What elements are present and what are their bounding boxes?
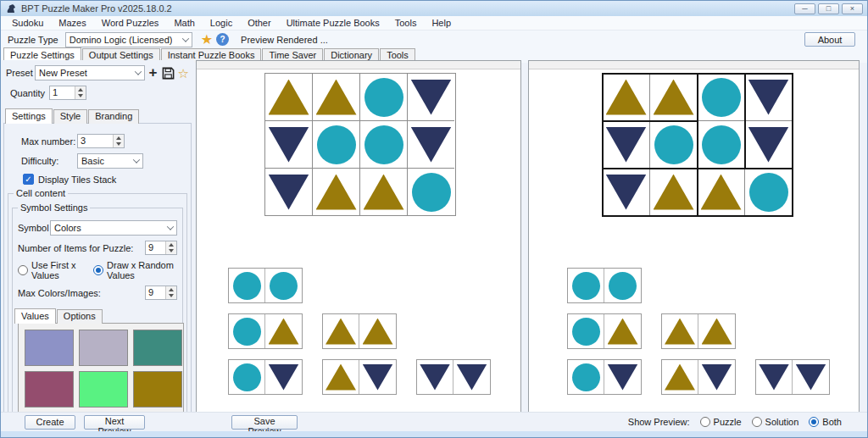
difficulty-select[interactable]: Basic — [77, 153, 143, 169]
show-preview-radio-both[interactable]: Both — [809, 417, 842, 427]
max-colors-stepper[interactable]: 9 — [145, 286, 177, 300]
grid-cell — [650, 74, 698, 121]
menu-item-sudoku[interactable]: Sudoku — [4, 16, 51, 30]
triangle-down-shape — [796, 364, 826, 391]
help-icon[interactable]: ? — [216, 33, 229, 46]
cell-content-group: Cell content Symbol Settings Symbol Colo… — [8, 193, 187, 438]
add-preset-icon[interactable]: + — [149, 67, 158, 79]
subtab-style[interactable]: Style — [53, 109, 87, 124]
menu-item-help[interactable]: Help — [424, 16, 459, 30]
favorite-star-icon[interactable]: ★ — [201, 33, 213, 47]
save-preset-icon[interactable] — [162, 67, 175, 80]
menu-item-math[interactable]: Math — [166, 16, 202, 30]
save-preview-button[interactable]: Save Preview — [231, 415, 298, 430]
color-swatch-1[interactable] — [25, 330, 74, 366]
settings-sidebar: Preset New Preset + ☆ Quantity 1 Setting… — [1, 60, 194, 413]
color-swatch-2[interactable] — [79, 330, 128, 366]
radio-use-first-x-values[interactable]: Use First x Values — [18, 260, 85, 280]
triangle-down-shape — [420, 364, 450, 391]
window-controls: ─ □ × — [794, 3, 863, 14]
display-tiles-stack-checkbox[interactable]: ✓ — [23, 174, 34, 185]
stepper-arrows[interactable] — [113, 135, 124, 147]
maximize-button[interactable]: □ — [818, 3, 839, 14]
spin-down-icon[interactable] — [166, 248, 176, 255]
puzzle-type-value: Domino Logic (Licensed) — [70, 35, 173, 45]
circle-shape — [609, 272, 637, 300]
minimize-button[interactable]: ─ — [794, 3, 815, 14]
circle-shape — [364, 125, 403, 164]
stepper-arrows[interactable] — [165, 241, 176, 254]
menu-item-mazes[interactable]: Mazes — [51, 16, 93, 30]
circle-shape — [572, 363, 600, 391]
menu-item-ultimate-puzzle-books[interactable]: Ultimate Puzzle Books — [279, 16, 387, 30]
stepper-arrows[interactable] — [165, 286, 176, 299]
triangle-up-shape — [665, 364, 695, 391]
create-button[interactable]: Create — [25, 415, 75, 430]
triangle-up-shape — [364, 175, 404, 210]
max-number-stepper[interactable]: 3 — [77, 134, 125, 148]
items-for-puzzle-stepper[interactable]: 9 — [145, 241, 177, 255]
grid-cell — [698, 121, 745, 169]
spin-down-icon[interactable] — [75, 93, 86, 100]
valuetab-options[interactable]: Options — [57, 309, 103, 324]
triangle-up-shape — [608, 319, 638, 345]
puzzle-type-select[interactable]: Domino Logic (Licensed) — [65, 32, 192, 47]
tile-cell — [417, 360, 453, 394]
color-swatch-3[interactable] — [133, 330, 182, 366]
preset-select[interactable]: New Preset — [35, 65, 145, 80]
subtab-branding[interactable]: Branding — [88, 109, 139, 124]
color-swatch-4[interactable] — [25, 371, 74, 408]
stepper-arrows[interactable] — [75, 86, 86, 99]
spin-up-icon[interactable] — [166, 286, 176, 293]
title-bar: BPT Puzzle Maker Pro v2025.18.0.2 ─ □ × — [1, 1, 867, 16]
tile-cell — [568, 314, 604, 348]
grid-cell — [360, 121, 408, 169]
subtab-settings[interactable]: Settings — [5, 108, 53, 124]
window-resize-strip — [1, 431, 867, 437]
menu-item-tools[interactable]: Tools — [387, 16, 425, 30]
app-window: BPT Puzzle Maker Pro v2025.18.0.2 ─ □ × … — [0, 0, 868, 438]
footer-bar: Create Next Preview Save Preview Show Pr… — [1, 412, 867, 431]
spin-up-icon[interactable] — [75, 86, 86, 93]
spin-down-icon[interactable] — [114, 141, 124, 148]
grid-cell — [265, 121, 313, 169]
value-mode-radios: Use First x ValuesDraw x Random Values — [13, 260, 182, 280]
color-swatch-6[interactable] — [133, 371, 182, 408]
menu-item-other[interactable]: Other — [240, 16, 279, 30]
spin-down-icon[interactable] — [166, 293, 176, 300]
about-button[interactable]: About — [804, 32, 855, 47]
show-preview-label: Show Preview: — [628, 417, 690, 427]
spin-up-icon[interactable] — [114, 135, 124, 141]
color-swatch-5[interactable] — [79, 371, 128, 408]
symbol-select[interactable]: Colors — [50, 220, 177, 236]
spin-up-icon[interactable] — [166, 241, 176, 248]
triangle-up-shape — [269, 319, 299, 345]
menu-item-logic[interactable]: Logic — [203, 16, 240, 30]
close-button[interactable]: × — [842, 3, 863, 14]
show-preview-radio-solution[interactable]: Solution — [752, 417, 799, 427]
cell-content-label: Cell content — [14, 188, 68, 198]
show-preview-radio-label-puzzle: Puzzle — [714, 417, 742, 427]
show-preview-radio-puzzle[interactable]: Puzzle — [700, 417, 742, 427]
grid-cell — [698, 169, 745, 215]
tile-cell — [568, 269, 604, 302]
triangle-down-shape — [411, 127, 452, 163]
radio-draw-x-random-values[interactable]: Draw x Random Values — [93, 260, 177, 280]
tile-cell — [698, 360, 735, 394]
favorite-preset-star-icon[interactable]: ☆ — [178, 67, 189, 80]
next-preview-button[interactable]: Next Preview — [84, 415, 145, 430]
items-for-puzzle-label: Number of Items for Puzzle: — [18, 243, 145, 253]
tile-cell — [604, 360, 641, 394]
solution-preview-panel — [528, 60, 860, 413]
menu-item-word-puzzles[interactable]: Word Puzzles — [94, 16, 167, 30]
valuetab-values[interactable]: Values — [14, 308, 56, 324]
circle-shape — [233, 363, 261, 391]
grid-cell — [360, 169, 408, 215]
quantity-label: Quantity — [10, 88, 49, 98]
tile-cell — [604, 269, 641, 302]
domino-tile — [567, 359, 642, 395]
tile-cell — [229, 314, 265, 348]
quantity-stepper[interactable]: 1 — [49, 86, 86, 100]
triangle-down-shape — [606, 127, 647, 163]
radio-icon — [700, 417, 710, 427]
